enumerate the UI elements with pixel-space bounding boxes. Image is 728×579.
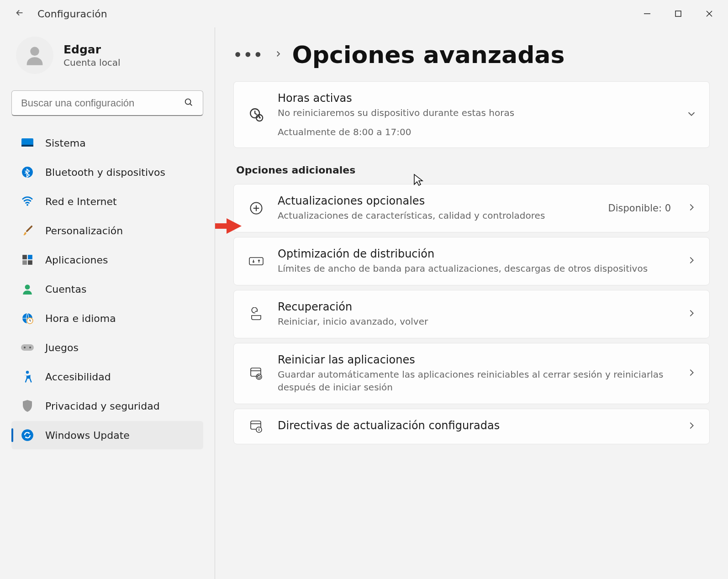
card-detail: Actualmente de 8:00 a 17:00 <box>278 126 675 137</box>
monitor-icon <box>21 136 34 150</box>
user-name: Edgar <box>63 43 121 56</box>
svg-point-9 <box>22 167 33 178</box>
svg-point-4 <box>30 47 39 56</box>
svg-rect-28 <box>249 258 263 265</box>
section-heading: Opciones adicionales <box>236 164 710 176</box>
card-title: Directivas de actualización configuradas <box>278 419 675 432</box>
sidebar-item-label: Juegos <box>45 342 79 353</box>
chevron-right-icon <box>686 308 696 320</box>
sidebar-item-windows-update[interactable]: Windows Update <box>11 421 203 449</box>
gamepad-icon <box>21 341 34 354</box>
update-icon <box>21 428 34 442</box>
breadcrumb: ••• Opciones avanzadas <box>233 41 710 68</box>
card-subtitle: Actualizaciones de características, cali… <box>278 209 596 222</box>
person-icon <box>21 282 34 296</box>
card-subtitle: Límites de ancho de banda para actualiza… <box>278 262 675 275</box>
sidebar-item-label: Windows Update <box>45 430 130 441</box>
wifi-icon <box>21 195 34 208</box>
sidebar-item-label: Sistema <box>45 137 86 149</box>
chevron-right-icon <box>686 421 696 432</box>
card-title: Reiniciar las aplicaciones <box>278 353 675 366</box>
sidebar-item-label: Bluetooth y dispositivos <box>45 167 165 178</box>
apps-icon <box>21 253 34 267</box>
accessibility-icon <box>21 370 34 384</box>
sidebar-item-label: Personalización <box>45 225 123 237</box>
card-restart-apps[interactable]: Reiniciar las aplicaciones Guardar autom… <box>233 343 710 404</box>
sidebar-item-label: Privacidad y seguridad <box>45 400 160 412</box>
sidebar-item-time-language[interactable]: Hora e idioma <box>11 304 203 332</box>
sidebar-item-apps[interactable]: Aplicaciones <box>11 246 203 274</box>
svg-rect-8 <box>21 145 33 147</box>
card-aux-available-count: Disponible: 0 <box>608 203 671 214</box>
sidebar-item-personalization[interactable]: Personalización <box>11 216 203 245</box>
user-account-type: Cuenta local <box>63 57 121 68</box>
sidebar-item-accessibility[interactable]: Accesibilidad <box>11 363 203 391</box>
titlebar: Configuración <box>0 0 728 27</box>
card-update-policies[interactable]: i Directivas de actualización configurad… <box>233 409 710 444</box>
recovery-icon <box>247 307 266 321</box>
sidebar-item-label: Aplicaciones <box>45 254 108 266</box>
minimize-button[interactable] <box>634 4 660 24</box>
policy-icon: i <box>247 420 266 433</box>
bandwidth-icon <box>247 256 266 267</box>
svg-text:i: i <box>258 428 260 432</box>
bluetooth-icon <box>21 165 34 179</box>
app-refresh-icon <box>247 367 266 380</box>
svg-line-6 <box>190 103 192 105</box>
sidebar-item-label: Red e Internet <box>45 196 117 207</box>
card-active-hours[interactable]: Horas activas No reiniciaremos su dispos… <box>233 81 710 148</box>
sidebar-item-accounts[interactable]: Cuentas <box>11 275 203 303</box>
card-subtitle: Guardar automáticamente las aplicaciones… <box>278 368 675 394</box>
svg-point-21 <box>26 371 29 374</box>
search-icon <box>184 97 194 109</box>
sidebar-item-bluetooth[interactable]: Bluetooth y dispositivos <box>11 158 203 186</box>
svg-rect-12 <box>28 255 32 259</box>
sidebar-item-system[interactable]: Sistema <box>11 129 203 157</box>
svg-rect-18 <box>21 344 34 351</box>
card-subtitle: Reiniciar, inicio avanzado, volver <box>278 315 675 328</box>
svg-point-20 <box>29 347 31 348</box>
card-title: Optimización de distribución <box>278 247 675 260</box>
svg-rect-14 <box>28 260 32 265</box>
card-optional-updates[interactable]: Actualizaciones opcionales Actualizacion… <box>233 184 710 232</box>
sidebar-item-privacy[interactable]: Privacidad y seguridad <box>11 392 203 420</box>
svg-point-31 <box>256 374 262 379</box>
sidebar-item-label: Accesibilidad <box>45 371 111 383</box>
chevron-right-icon <box>686 255 696 267</box>
svg-point-10 <box>26 204 28 206</box>
card-recovery[interactable]: Recuperación Reiniciar, inicio avanzado,… <box>233 290 710 338</box>
svg-point-19 <box>24 347 26 348</box>
chevron-right-icon <box>274 50 282 60</box>
search-box[interactable] <box>11 90 203 116</box>
svg-rect-11 <box>22 255 27 259</box>
brush-icon <box>21 224 34 237</box>
globe-clock-icon <box>21 311 34 325</box>
card-delivery-optimization[interactable]: Optimización de distribución Límites de … <box>233 237 710 285</box>
app-title: Configuración <box>37 8 107 20</box>
svg-rect-1 <box>675 11 681 16</box>
maximize-button[interactable] <box>665 4 691 24</box>
svg-point-15 <box>25 284 30 290</box>
sidebar-item-label: Cuentas <box>45 284 86 295</box>
user-account[interactable]: Edgar Cuenta local <box>11 37 203 74</box>
sidebar-item-network[interactable]: Red e Internet <box>11 187 203 216</box>
breadcrumb-ellipsis[interactable]: ••• <box>233 47 264 63</box>
main-panel: ••• Opciones avanzadas Horas activas No … <box>215 27 728 579</box>
shield-icon <box>21 399 34 413</box>
svg-rect-13 <box>22 260 27 265</box>
sidebar-item-gaming[interactable]: Juegos <box>11 333 203 362</box>
close-button[interactable] <box>696 4 723 24</box>
sidebar-item-label: Hora e idioma <box>45 313 116 324</box>
svg-point-22 <box>21 429 33 441</box>
search-input[interactable] <box>21 97 184 109</box>
plus-circle-icon <box>247 201 266 215</box>
card-title: Actualizaciones opcionales <box>278 195 596 207</box>
back-button[interactable] <box>15 8 25 20</box>
card-subtitle: No reiniciaremos su dispositivo durante … <box>278 106 675 119</box>
card-title: Horas activas <box>278 92 675 105</box>
card-title: Recuperación <box>278 300 675 313</box>
page-title: Opciones avanzadas <box>292 41 565 68</box>
clock-icon <box>247 107 266 122</box>
avatar <box>16 37 53 74</box>
chevron-down-icon <box>686 109 696 121</box>
